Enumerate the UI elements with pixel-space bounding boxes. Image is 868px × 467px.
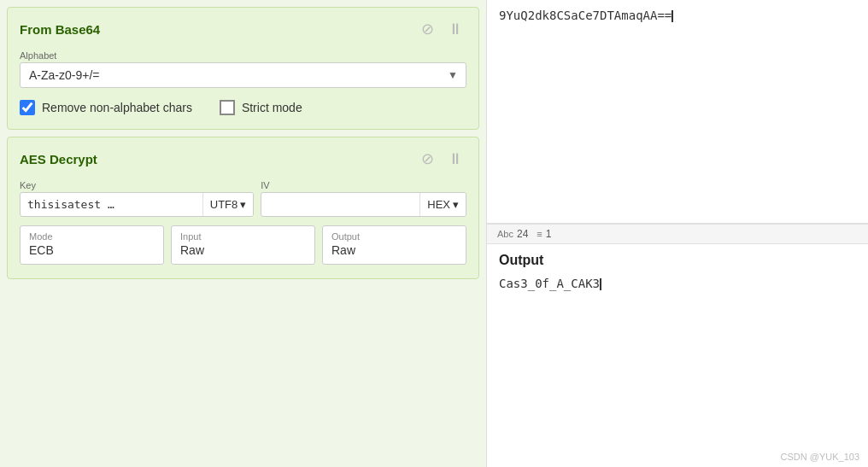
key-encoding-caret-icon: ▾ <box>240 198 246 211</box>
key-field: UTF8 ▾ <box>20 192 254 217</box>
pause-button[interactable]: ⏸ <box>444 19 466 40</box>
section-header: From Base64 ⊘ ⏸ <box>20 18 466 40</box>
key-label: Key <box>20 180 254 190</box>
from-base64-title: From Base64 <box>20 22 100 37</box>
remove-nonalpha-input[interactable] <box>20 100 35 115</box>
remove-nonalpha-checkbox[interactable]: Remove non-alphabet chars <box>20 100 192 115</box>
key-encoding-select[interactable]: UTF8 ▾ <box>202 193 254 216</box>
alphabet-dropdown[interactable]: A-Za-z0-9+/= ▼ <box>20 62 466 88</box>
output-cursor <box>600 278 601 290</box>
input-label: Input <box>180 231 306 242</box>
char-count: 24 <box>517 228 528 240</box>
no-entry-button[interactable]: ⊘ <box>418 18 437 40</box>
aes-title: AES Decrypt <box>20 152 97 166</box>
right-panel: 9YuQ2dk8CSaCe7DTAmaqAA== Abc 24 ≡ 1 Outp… <box>487 0 868 467</box>
key-input[interactable] <box>21 193 202 216</box>
input-value: Raw <box>180 243 306 257</box>
pause-icon: ⏸ <box>448 20 463 38</box>
alphabet-field: Alphabet A-Za-z0-9+/= ▼ <box>20 50 466 88</box>
iv-group: IV HEX ▾ <box>261 180 466 217</box>
aes-pause-button[interactable]: ⏸ <box>444 149 466 170</box>
no-entry-icon: ⊘ <box>421 20 434 38</box>
input-box: Input Raw <box>171 225 315 265</box>
left-panel: From Base64 ⊘ ⏸ Alphabet A-Za-z0-9+/= ▼ <box>0 0 487 467</box>
aes-no-entry-button[interactable]: ⊘ <box>418 148 437 170</box>
status-bar: Abc 24 ≡ 1 <box>487 224 868 244</box>
output-section: Output Cas3_0f_A_CAK3 <box>487 244 868 467</box>
mode-label: Mode <box>29 231 155 242</box>
input-text: 9YuQ2dk8CSaCe7DTAmaqAA== <box>499 9 672 22</box>
strict-mode-checkbox[interactable]: Strict mode <box>220 100 302 115</box>
strict-mode-label: Strict mode <box>242 101 302 114</box>
output-title: Output <box>499 253 856 268</box>
aes-pause-icon: ⏸ <box>448 150 463 168</box>
aes-no-entry-icon: ⊘ <box>421 149 434 168</box>
checkboxes-row: Remove non-alphabet chars Strict mode <box>20 100 466 115</box>
iv-encoding-select[interactable]: HEX ▾ <box>419 193 466 216</box>
strict-mode-box <box>220 100 235 115</box>
iv-input[interactable] <box>261 193 419 216</box>
abc-icon: Abc <box>497 229 513 239</box>
output-label: Output <box>331 231 457 242</box>
output-value: Raw <box>331 243 457 257</box>
watermark: CSDN @YUK_103 <box>781 452 859 462</box>
mode-value: ECB <box>29 243 155 257</box>
key-iv-row: Key UTF8 ▾ IV HEX ▾ <box>20 180 466 217</box>
key-encoding-value: UTF8 <box>210 198 238 211</box>
iv-encoding-caret-icon: ▾ <box>453 198 459 211</box>
abc-status: Abc 24 <box>497 228 528 240</box>
from-base64-controls: ⊘ ⏸ <box>418 18 466 40</box>
remove-nonalpha-label: Remove non-alphabet chars <box>42 101 192 114</box>
alphabet-label: Alphabet <box>20 50 466 61</box>
lines-status: ≡ 1 <box>537 228 551 240</box>
iv-encoding-value: HEX <box>427 198 450 211</box>
lines-icon: ≡ <box>537 229 542 239</box>
from-base64-section: From Base64 ⊘ ⏸ Alphabet A-Za-z0-9+/= ▼ <box>7 7 479 130</box>
mode-box: Mode ECB <box>20 225 164 265</box>
aes-section-header: AES Decrypt ⊘ ⏸ <box>20 148 466 170</box>
iv-field: HEX ▾ <box>261 192 466 217</box>
alphabet-select[interactable]: A-Za-z0-9+/= <box>20 62 466 88</box>
aes-decrypt-section: AES Decrypt ⊘ ⏸ Key UTF8 ▾ <box>7 137 479 279</box>
key-group: Key UTF8 ▾ <box>20 180 254 217</box>
input-area[interactable]: 9YuQ2dk8CSaCe7DTAmaqAA== <box>487 0 868 224</box>
aes-controls: ⊘ ⏸ <box>418 148 466 170</box>
options-row: Mode ECB Input Raw Output Raw <box>20 225 466 265</box>
output-box: Output Raw <box>322 225 466 265</box>
iv-label: IV <box>261 180 466 190</box>
output-text: Cas3_0f_A_CAK3 <box>499 277 600 290</box>
line-count: 1 <box>546 228 552 240</box>
text-cursor <box>672 10 673 22</box>
